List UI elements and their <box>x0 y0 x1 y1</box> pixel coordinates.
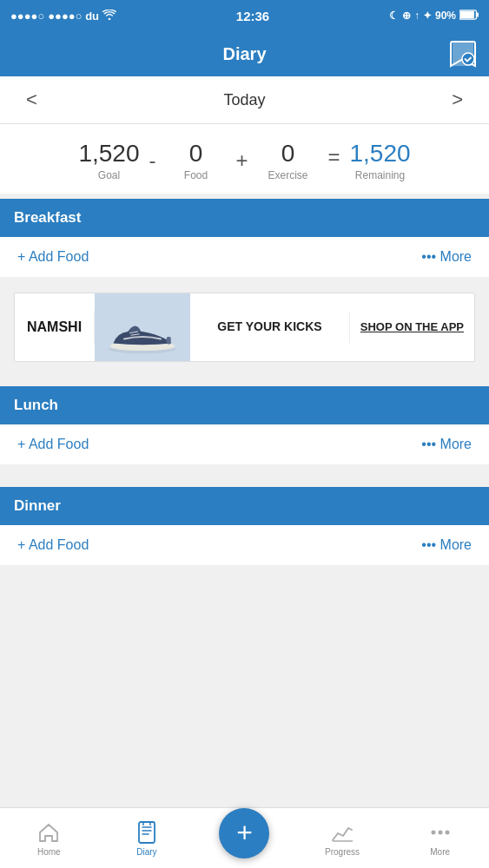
minus-operator: - <box>143 143 161 173</box>
breakfast-actions: + Add Food ••• More <box>0 237 489 282</box>
exercise-label: Exercise <box>268 169 307 181</box>
svg-point-14 <box>445 830 449 834</box>
lunch-more-button[interactable]: ••• More <box>421 437 472 452</box>
lunch-section: Lunch + Add Food ••• More <box>0 386 489 470</box>
remaining-value: 1,520 <box>349 140 410 168</box>
breakfast-more-button[interactable]: ••• More <box>421 249 472 265</box>
lunch-add-food-button[interactable]: + Add Food <box>17 437 89 452</box>
ad-banner[interactable]: NAMSHI <box>14 293 475 362</box>
svg-rect-9 <box>167 337 171 344</box>
svg-rect-2 <box>476 12 479 16</box>
ad-image <box>95 293 190 362</box>
dinner-add-food-button[interactable]: + Add Food <box>17 537 89 553</box>
ad-spacer <box>0 372 489 386</box>
ad-cta[interactable]: SHOP ON THE APP <box>349 312 474 344</box>
app-header: Diary <box>0 31 489 76</box>
header-title: Diary <box>222 44 266 64</box>
breakfast-title: Breakfast <box>14 209 82 226</box>
diary-tab-label: Diary <box>136 847 156 857</box>
dinner-more-button[interactable]: ••• More <box>421 537 472 553</box>
signal-dots: ●●●●○ <box>10 10 44 23</box>
bookmark-check-icon[interactable] <box>449 40 477 68</box>
tab-diary[interactable]: Diary <box>98 815 196 862</box>
battery-label: 90% <box>435 10 456 22</box>
status-time: 12:36 <box>236 9 269 23</box>
tab-progress[interactable]: Progress <box>294 815 392 862</box>
more-tab-label: More <box>430 847 450 857</box>
next-date-button[interactable]: > <box>443 89 472 111</box>
fab-add-button[interactable]: + <box>219 808 269 858</box>
lunch-actions: + Add Food ••• More <box>0 424 489 470</box>
battery-icon <box>459 10 479 23</box>
dinner-header: Dinner <box>0 487 489 525</box>
calories-summary: 1,520 Goal - 0 Food + 0 Exercise = 1,520… <box>0 124 489 199</box>
dinner-section: Dinner + Add Food ••• More <box>0 487 489 570</box>
tab-home[interactable]: Home <box>0 815 98 862</box>
prev-date-button[interactable]: < <box>17 89 46 111</box>
breakfast-header: Breakfast <box>0 199 489 237</box>
goal-label: Goal <box>98 169 120 181</box>
home-icon <box>36 820 61 845</box>
dinner-actions: + Add Food ••• More <box>0 525 489 570</box>
home-tab-label: Home <box>37 847 61 857</box>
breakfast-section: Breakfast + Add Food ••• More <box>0 199 489 282</box>
plus-operator: + <box>230 143 253 173</box>
remaining-item: 1,520 Remaining <box>346 140 415 181</box>
ad-brand-label: NAMSHI <box>15 311 95 344</box>
exercise-value: 0 <box>281 140 295 168</box>
status-bar: ●●●●○ ●●●●○ du 12:36 ☾ ⊕ ↑ ✦ 90% <box>0 0 489 31</box>
location-icon: ⊕ <box>402 10 411 22</box>
date-navigation: < Today > <box>0 76 489 124</box>
status-left: ●●●●○ ●●●●○ du <box>10 10 116 23</box>
dinner-title: Dinner <box>14 497 61 514</box>
status-right: ☾ ⊕ ↑ ✦ 90% <box>389 10 479 23</box>
fab-plus-icon: + <box>236 819 253 846</box>
food-value: 0 <box>189 140 203 168</box>
lunch-title: Lunch <box>14 397 58 413</box>
moon-icon: ☾ <box>389 10 399 22</box>
svg-point-12 <box>431 830 435 834</box>
more-dots-icon <box>428 820 453 845</box>
equals-operator: = <box>323 140 346 169</box>
main-content: 1,520 Goal - 0 Food + 0 Exercise = 1,520… <box>0 124 489 635</box>
bluetooth-icon: ✦ <box>423 10 432 22</box>
current-date-label: Today <box>223 91 265 109</box>
goal-value: 1,520 <box>78 140 139 168</box>
exercise-item: 0 Exercise <box>254 140 323 181</box>
progress-icon <box>330 820 354 845</box>
tab-bar: Home Diary + Progress <box>0 807 489 868</box>
svg-rect-1 <box>460 10 474 17</box>
svg-rect-10 <box>139 822 155 843</box>
arrow-icon: ↑ <box>414 10 420 22</box>
spacer-lunch-dinner <box>0 470 489 487</box>
remaining-label: Remaining <box>355 169 405 181</box>
progress-tab-label: Progress <box>325 847 360 857</box>
carrier-label: ●●●●○ du <box>48 10 99 23</box>
lunch-header: Lunch <box>0 386 489 424</box>
svg-point-13 <box>438 830 442 834</box>
goal-item: 1,520 Goal <box>74 140 143 181</box>
ad-tagline: GET YOUR KICKS <box>190 310 349 345</box>
wifi-icon <box>102 10 116 23</box>
tab-add[interactable]: + <box>195 803 294 869</box>
diary-icon <box>135 820 159 845</box>
tab-more[interactable]: More <box>391 815 489 862</box>
food-item: 0 Food <box>161 140 230 181</box>
food-label: Food <box>184 169 208 181</box>
breakfast-add-food-button[interactable]: + Add Food <box>17 249 89 265</box>
